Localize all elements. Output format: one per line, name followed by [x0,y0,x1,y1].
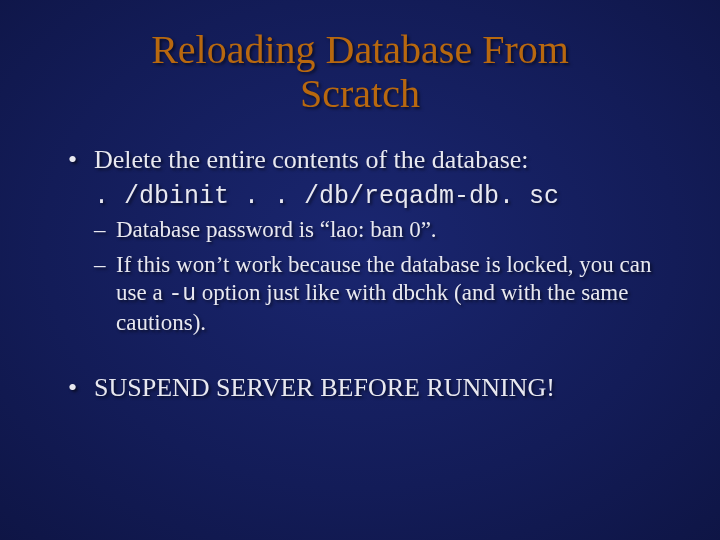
sub2-flag: -u [168,281,196,307]
spacer [60,344,660,372]
bullet-suspend-server: SUSPEND SERVER BEFORE RUNNING! [66,372,660,405]
slide-title: Reloading Database From Scratch [60,28,660,116]
slide: Reloading Database From Scratch Delete t… [0,0,720,540]
command-line: . /dbinit . . /db/reqadm-db. sc [94,181,660,212]
sub-bullet-list: Database password is “lao: ban 0”. If th… [94,216,660,338]
sub-bullet-locked: If this won’t work because the database … [94,251,660,338]
bullet-1-text: Delete the entire contents of the databa… [94,145,529,174]
sub-bullet-password: Database password is “lao: ban 0”. [94,216,660,245]
title-line-2: Scratch [300,71,420,116]
title-line-1: Reloading Database From [151,27,569,72]
bullet-list: Delete the entire contents of the databa… [60,144,660,338]
bullet-delete-contents: Delete the entire contents of the databa… [66,144,660,338]
bullet-list-2: SUSPEND SERVER BEFORE RUNNING! [60,372,660,405]
